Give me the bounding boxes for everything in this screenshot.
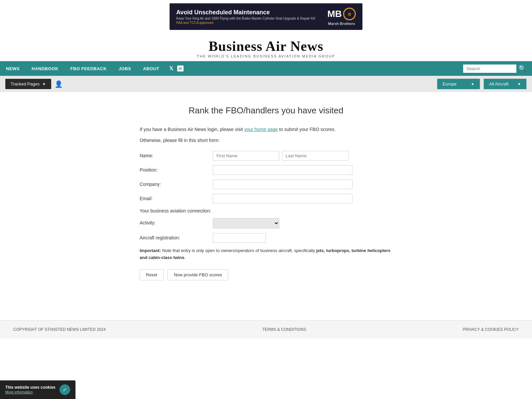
name-label: Name: [140,151,213,158]
important-prefix: Important: [140,248,161,253]
name-row: Name: [140,151,392,161]
banner-headline: Avoid Unscheduled Maintenance [176,9,316,16]
activity-label: Activity: [140,218,213,225]
nav-links: NEWS HANDBOOK FBO FEEDBACK JOBS ABOUT 𝕏 … [0,61,188,76]
twitter-icon[interactable]: 𝕏 [169,66,173,71]
main-content: Rank the FBO/handlers you have visited I… [133,105,399,280]
footer-copyright: COPYRIGHT OF STANSTED NEWS LIMITED 2024 [13,327,106,332]
nav-jobs[interactable]: JOBS [113,61,137,76]
reset-button[interactable]: Reset [140,269,164,280]
last-name-input[interactable] [282,151,348,161]
biz-av-label: Your business aviation connection: [140,208,213,213]
europe-label: Europe [443,81,457,86]
europe-dropdown[interactable]: Europe ▼ [437,78,480,89]
company-row: Company: [140,180,392,189]
sub-nav: Tracked Pages ▼ 👤 Europe ▼ All Aircraft … [0,76,532,92]
banner-logo-icon: ◎ [348,12,351,16]
position-inputs [213,165,392,175]
site-title: Business Air News [0,38,532,54]
site-header: Business Air News The World's Leading Bu… [0,33,532,61]
aircraft-reg-input[interactable] [213,233,266,243]
all-aircraft-dropdown[interactable]: All Aircraft ▼ [483,78,527,89]
aircraft-reg-inputs [213,233,392,243]
nav-social: 𝕏 in [165,66,188,71]
company-inputs [213,180,392,189]
tracked-pages-chevron-icon: ▼ [42,82,46,86]
footer-terms-link[interactable]: TERMS & CONDITIONS [262,327,306,332]
ad-banner-wrap: Avoid Unscheduled Maintenance Keep Your … [0,0,532,33]
home-page-link[interactable]: your home page [244,127,278,132]
submit-button[interactable]: Now provide FBO scores [168,269,228,280]
search-input[interactable] [463,65,516,73]
email-inputs [213,194,392,203]
email-label: Email: [140,194,213,201]
biz-av-row: Your business aviation connection: [140,208,392,213]
activity-select[interactable] [213,218,279,228]
fbo-form: Name: Position: Company: Email: [140,151,392,280]
aircraft-reg-row: Aircraft registration: [140,233,392,243]
banner-logo-initials: MB [327,9,342,19]
nav-bar: NEWS HANDBOOK FBO FEEDBACK JOBS ABOUT 𝕏 … [0,61,532,76]
nav-news[interactable]: NEWS [0,61,26,76]
important-note: Important: Note that entry is only open … [140,247,392,261]
footer: COPYRIGHT OF STANSTED NEWS LIMITED 2024 … [0,320,532,338]
ad-banner[interactable]: Avoid Unscheduled Maintenance Keep Your … [170,3,362,30]
email-row: Email: [140,194,392,203]
banner-subtext: Keep Your King Air and 1900 Flying with … [176,17,316,20]
name-inputs [213,151,392,161]
activity-inputs [213,218,392,228]
banner-logo: MB ◎ Marsh Brothers [327,8,356,26]
company-input[interactable] [213,180,352,189]
banner-logo-circle: ◎ [343,8,356,20]
banner-approved: FAA and TCCA approved [176,21,316,25]
search-icon[interactable]: 🔍 [518,65,527,72]
tracked-pages-label: Tracked Pages [11,81,40,86]
position-label: Position: [140,165,213,173]
europe-chevron-icon: ▼ [471,82,474,86]
intro-before: If you have a Business Air News login, p… [140,127,244,132]
position-input[interactable] [213,165,352,175]
form-buttons: Reset Now provide FBO scores [140,269,392,280]
site-tagline: The World's Leading Business Aviation Me… [0,54,532,58]
page-title: Rank the FBO/handlers you have visited [140,105,392,116]
company-label: Company: [140,180,213,187]
nav-fbo-feedback[interactable]: FBO FEEDBACK [65,61,113,76]
nav-about[interactable]: ABOUT [137,61,165,76]
sub-nav-left: Tracked Pages ▼ 👤 [5,79,63,89]
intro-after: to submit your FBO scores. [278,127,336,132]
sub-nav-right: Europe ▼ All Aircraft ▼ [437,78,527,89]
intro-text-1: If you have a Business Air News login, p… [140,126,392,133]
linkedin-icon[interactable]: in [177,66,184,71]
important-text: Note that entry is only open to owners/o… [161,248,316,253]
email-input[interactable] [213,194,352,203]
banner-text: Avoid Unscheduled Maintenance Keep Your … [176,9,316,25]
banner-logo-sub: Marsh Brothers [328,22,355,26]
nav-search-area: 🔍 [463,65,532,73]
footer-privacy-link[interactable]: PRIVACY & COOKIES POLICY [463,327,519,332]
important-end: . [184,255,186,260]
user-icon[interactable]: 👤 [55,80,63,88]
position-row: Position: [140,165,392,175]
aircraft-reg-label: Aircraft registration: [140,233,213,240]
intro-text-2: Otherwise, please fill in this short for… [140,138,392,143]
all-aircraft-label: All Aircraft [489,81,509,86]
nav-handbook[interactable]: HANDBOOK [26,61,65,76]
all-aircraft-chevron-icon: ▼ [517,82,521,86]
first-name-input[interactable] [213,151,279,161]
tracked-pages-button[interactable]: Tracked Pages ▼ [5,79,51,89]
activity-row: Activity: [140,218,392,228]
